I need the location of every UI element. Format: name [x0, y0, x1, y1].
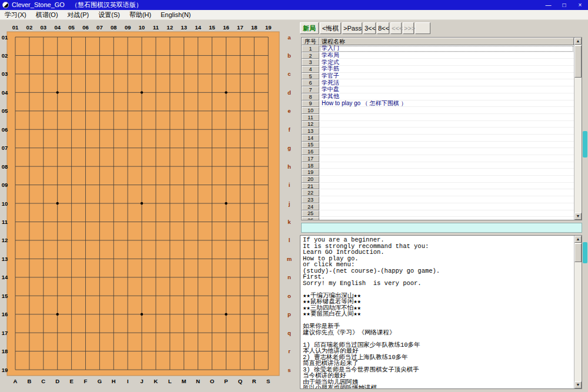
svg-text:O: O	[210, 378, 214, 384]
outer-scrollbar-bottom[interactable]	[582, 235, 588, 389]
course-name[interactable]	[319, 169, 574, 176]
course-name[interactable]: 学中盘	[319, 86, 574, 93]
course-name[interactable]	[319, 121, 574, 128]
course-name[interactable]: 学布局	[319, 52, 574, 59]
row-number: 24	[302, 203, 319, 210]
table-row[interactable]: 7学中盘	[302, 86, 574, 93]
message-bar[interactable]	[301, 223, 582, 233]
course-name[interactable]	[319, 114, 574, 121]
table-row[interactable]: 19	[302, 169, 574, 176]
course-name[interactable]	[319, 196, 574, 203]
table-row[interactable]: 11	[302, 114, 574, 121]
info-panel: If you are a beginner.It is strongly rec…	[300, 235, 582, 389]
table-row[interactable]: 13	[302, 128, 574, 135]
table-row[interactable]: 17	[302, 155, 574, 162]
to-start-button[interactable]: <<<	[390, 22, 402, 34]
course-name[interactable]	[319, 189, 574, 196]
table-row[interactable]: 26	[302, 217, 574, 220]
table-row[interactable]: 24	[302, 203, 574, 210]
svg-text:14: 14	[2, 274, 8, 280]
row-number: 5	[302, 73, 319, 80]
go-board[interactable]: 0102030405060708091011121314151617181901…	[0, 20, 297, 391]
outer-scrollbar-top[interactable]	[582, 37, 588, 220]
to-end-button[interactable]: >>>	[403, 22, 414, 34]
table-row[interactable]: 4学手筋	[302, 66, 574, 73]
outer-scroll-thumb[interactable]	[583, 242, 587, 263]
back-8-button[interactable]: 8<<	[377, 22, 389, 34]
table-row[interactable]: 3学定式	[302, 59, 574, 66]
svg-text:05: 05	[68, 24, 75, 31]
course-name[interactable]	[319, 176, 574, 183]
info-scrollbar[interactable]: ▲ ▼	[574, 236, 582, 388]
pass-button[interactable]: >Pass	[342, 22, 362, 34]
table-row[interactable]: 23	[302, 196, 574, 203]
course-name[interactable]	[319, 148, 574, 155]
scroll-up-icon[interactable]: ▲	[574, 38, 582, 45]
course-name[interactable]	[319, 183, 574, 190]
svg-text:03: 03	[2, 71, 8, 77]
menu-item-settings[interactable]: 设置(S)	[93, 10, 125, 19]
course-name[interactable]: How to play go （ 怎样下围棋 ）	[319, 100, 574, 108]
close-button[interactable]: ×	[572, 0, 588, 10]
table-row[interactable]: 2学布局	[302, 52, 574, 59]
menu-item-kifu[interactable]: 棋谱(O)	[31, 10, 63, 19]
svg-text:m: m	[287, 256, 292, 262]
course-name[interactable]: 学定式	[319, 59, 574, 66]
course-name[interactable]: 学入门	[319, 45, 574, 52]
scroll-thumb[interactable]	[574, 243, 582, 262]
course-name[interactable]: 学官子	[319, 73, 574, 80]
table-row[interactable]: 21	[302, 183, 574, 190]
scroll-down-icon[interactable]: ▼	[574, 381, 582, 388]
course-name[interactable]: 学手筋	[319, 66, 574, 73]
header-no[interactable]: 序号	[302, 38, 319, 45]
table-row[interactable]: 22	[302, 189, 574, 196]
svg-text:16: 16	[2, 311, 8, 317]
header-course-name[interactable]: 课程名称	[319, 38, 574, 45]
menu-item-english[interactable]: English(N)	[156, 10, 195, 19]
table-scrollbar[interactable]: ▲ ▼	[574, 38, 582, 220]
course-name[interactable]	[319, 128, 574, 135]
new-game-button[interactable]: 新局	[300, 22, 319, 34]
minimize-button[interactable]: —	[540, 0, 556, 10]
table-row[interactable]: 14	[302, 135, 574, 142]
table-row[interactable]: 15	[302, 142, 574, 149]
scroll-up-icon[interactable]: ▲	[574, 236, 582, 243]
course-name[interactable]	[319, 162, 574, 169]
course-name[interactable]	[319, 203, 574, 210]
course-name[interactable]	[319, 142, 574, 149]
scroll-down-icon[interactable]: ▼	[574, 213, 582, 220]
table-row[interactable]: 10	[302, 107, 574, 114]
table-row[interactable]: 1学入门	[302, 45, 574, 52]
back-3-button[interactable]: 3<<	[363, 22, 376, 34]
outer-scroll-thumb[interactable]	[583, 131, 587, 158]
svg-text:16: 16	[223, 24, 229, 31]
table-row[interactable]: 16	[302, 148, 574, 155]
table-row[interactable]: 5学官子	[302, 73, 574, 80]
course-name[interactable]	[319, 107, 574, 114]
row-number: 13	[302, 128, 319, 135]
course-name[interactable]	[319, 217, 574, 220]
course-name[interactable]	[319, 210, 574, 217]
svg-text:C: C	[41, 378, 45, 384]
menubar: 学习(X)棋谱(O)对战(P)设置(S)帮助(H)English(N)	[0, 10, 588, 20]
scroll-thumb[interactable]	[574, 45, 582, 78]
maximize-button[interactable]: □	[556, 0, 572, 10]
table-row[interactable]: 20	[302, 176, 574, 183]
menu-item-help[interactable]: 帮助(H)	[125, 10, 156, 19]
undo-button[interactable]: <悔棋	[320, 22, 341, 34]
svg-text:19: 19	[2, 367, 8, 373]
table-row[interactable]: 25	[302, 210, 574, 217]
table-header: 序号 课程名称	[302, 38, 574, 45]
table-row[interactable]: 9How to play go （ 怎样下围棋 ）	[302, 100, 574, 108]
table-row[interactable]: 6学死活	[302, 79, 574, 86]
table-row[interactable]: 18	[302, 162, 574, 169]
course-name[interactable]	[319, 155, 574, 162]
course-name[interactable]	[319, 135, 574, 142]
table-row[interactable]: 12	[302, 121, 574, 128]
course-name[interactable]: 学死活	[319, 79, 574, 86]
svg-text:G: G	[98, 378, 102, 384]
menu-item-play[interactable]: 对战(P)	[63, 10, 94, 19]
svg-text:e: e	[288, 108, 290, 114]
spare-button[interactable]	[415, 22, 430, 34]
menu-item-study[interactable]: 学习(X)	[0, 10, 31, 19]
